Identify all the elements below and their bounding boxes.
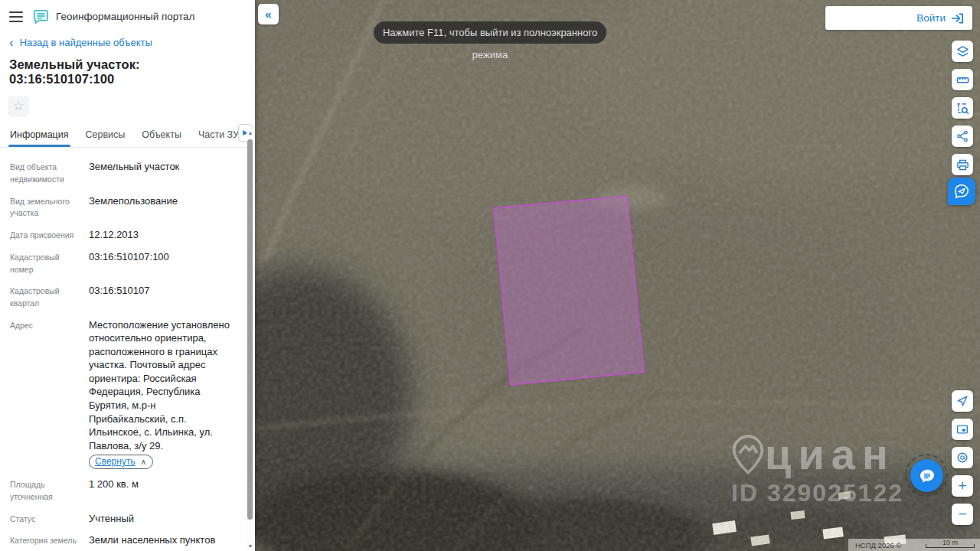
- field-row-object-kind: Вид объекта недвижимости Земельный участ…: [10, 160, 237, 186]
- zoom-in-button[interactable]: +: [952, 475, 973, 497]
- select-area-icon: [956, 102, 969, 115]
- panel-header: Геоинформационный портал: [0, 0, 255, 29]
- field-row-cadastral-quarter: Кадастровый квартал 03:16:510107: [10, 284, 237, 310]
- map-attribution-bar: НСПД 2026 © 10 m: [848, 539, 980, 551]
- chat-bubble-icon: [918, 467, 936, 485]
- plus-icon: +: [958, 476, 966, 496]
- tab-bar: Информация Сервисы Объекты Части ЗУ Сост…: [0, 117, 255, 148]
- geo-portal-app: Геоинформационный портал ‹ Назад в найде…: [0, 0, 980, 551]
- scale-bar: 10 m: [926, 541, 975, 549]
- navigation-arrow-icon: [956, 395, 969, 407]
- field-row-status: Статус Учтенный: [10, 512, 237, 526]
- double-chevron-left-icon: «: [265, 8, 271, 21]
- attributes-list: Вид объекта недвижимости Земельный участ…: [0, 148, 255, 551]
- zoom-out-button[interactable]: −: [952, 504, 973, 525]
- attribution-text: НСПД 2026 ©: [855, 541, 901, 549]
- info-panel: Геоинформационный портал ‹ Назад в найде…: [0, 0, 255, 551]
- ruler-icon: [956, 73, 969, 86]
- chat-button[interactable]: [910, 459, 943, 492]
- tab-objects[interactable]: Объекты: [142, 129, 181, 147]
- scroll-down-icon[interactable]: ▼: [247, 543, 254, 549]
- page-title: Земельный участок: 03:16:510107:100: [0, 50, 255, 86]
- menu-icon[interactable]: [9, 11, 23, 22]
- share-icon: [956, 130, 969, 142]
- feedback-active-button[interactable]: [948, 178, 975, 205]
- share-button[interactable]: [952, 126, 973, 147]
- chevron-up-icon: ∧: [141, 458, 146, 466]
- select-area-button[interactable]: [952, 97, 973, 119]
- favorite-button[interactable]: ☆: [8, 96, 29, 117]
- measure-button[interactable]: [952, 69, 973, 90]
- address-collapse-button[interactable]: Свернуть ∧: [89, 455, 153, 469]
- tab-parcel-parts[interactable]: Части ЗУ: [198, 129, 239, 147]
- back-link[interactable]: ‹ Назад в найденные объекты: [0, 29, 255, 50]
- fullscreen-toast: Нажмите F11, чтобы выйти из полноэкранно…: [374, 21, 606, 44]
- selected-parcel-polygon[interactable]: [494, 196, 644, 385]
- printer-icon: [956, 158, 969, 171]
- minimap-icon: [956, 423, 969, 435]
- overview-map-button[interactable]: [952, 419, 973, 440]
- search-coordinates-button[interactable]: [952, 447, 973, 468]
- login-button[interactable]: Войти: [825, 6, 972, 30]
- tab-services[interactable]: Сервисы: [86, 129, 126, 147]
- collapse-sidebar-button[interactable]: «: [258, 4, 279, 24]
- field-row-address: Адрес Местоположение установлено относит…: [10, 318, 237, 469]
- field-row-assignment-date: Дата присвоения 12.12.2013: [10, 228, 237, 242]
- field-row-parcel-kind: Вид земельного участка Землепользование: [10, 194, 237, 220]
- print-button[interactable]: [952, 154, 973, 175]
- star-icon: ☆: [12, 99, 24, 113]
- tab-information[interactable]: Информация: [10, 129, 69, 147]
- portal-title: Геоинформационный портал: [56, 11, 194, 22]
- locate-me-button[interactable]: [952, 390, 973, 412]
- portal-logo-icon[interactable]: [33, 8, 49, 24]
- feedback-bubble-icon: [953, 183, 970, 200]
- layers-icon: [956, 45, 969, 58]
- field-row-area: Площадь уточненная 1 200 кв. м: [10, 478, 237, 504]
- minus-icon: −: [958, 504, 966, 524]
- field-row-cadastral-number: Кадастровый номер 03:16:510107:100: [10, 250, 237, 276]
- panel-scrollbar[interactable]: ▲ ▼: [247, 129, 254, 550]
- back-chevron-icon: ‹: [9, 37, 14, 48]
- scroll-up-icon[interactable]: ▲: [247, 130, 254, 135]
- layers-button[interactable]: [952, 41, 973, 62]
- search-at-icon: [956, 452, 969, 464]
- login-icon: [951, 12, 964, 24]
- scrollbar-thumb[interactable]: [247, 139, 253, 520]
- field-row-land-category: Категория земель Земли населенных пункто…: [10, 533, 237, 547]
- map-canvas[interactable]: циан ID 329025122 « Нажмите F11, чтобы в…: [255, 0, 980, 551]
